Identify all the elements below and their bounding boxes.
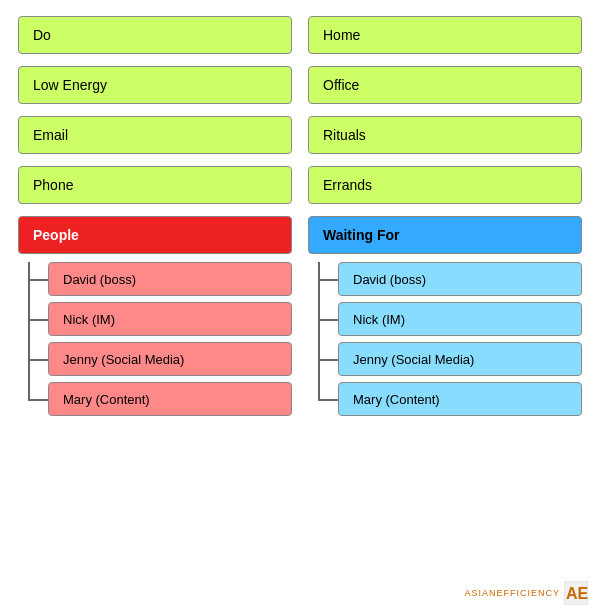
svg-text:AE: AE	[566, 585, 588, 602]
rituals-box[interactable]: Rituals	[308, 116, 582, 154]
people-mary-box[interactable]: Mary (Content)	[48, 382, 292, 416]
waiting-jenny-label: Jenny (Social Media)	[353, 352, 474, 367]
office-label: Office	[323, 77, 359, 93]
list-item: Mary (Content)	[48, 382, 292, 416]
errands-box[interactable]: Errands	[308, 166, 582, 204]
cell-office: Office	[300, 60, 590, 110]
home-box[interactable]: Home	[308, 16, 582, 54]
waiting-nick-box[interactable]: Nick (IM)	[338, 302, 582, 336]
waiting-david-box[interactable]: David (boss)	[338, 262, 582, 296]
do-label: Do	[33, 27, 51, 43]
low-energy-label: Low Energy	[33, 77, 107, 93]
logo-text: ASIANEFFICIENCY	[464, 588, 560, 598]
people-jenny-box[interactable]: Jenny (Social Media)	[48, 342, 292, 376]
cell-home: Home	[300, 10, 590, 60]
people-jenny-label: Jenny (Social Media)	[63, 352, 184, 367]
people-label: People	[33, 227, 79, 243]
waiting-column: Waiting For David (boss) Nick (IM) Jenny…	[300, 210, 590, 422]
people-david-box[interactable]: David (boss)	[48, 262, 292, 296]
waiting-david-label: David (boss)	[353, 272, 426, 287]
people-column: People David (boss) Nick (IM) Jenny (Soc…	[10, 210, 300, 422]
do-box[interactable]: Do	[18, 16, 292, 54]
waiting-children: David (boss) Nick (IM) Jenny (Social Med…	[308, 262, 582, 416]
waiting-nick-label: Nick (IM)	[353, 312, 405, 327]
list-item: Nick (IM)	[338, 302, 582, 336]
home-label: Home	[323, 27, 360, 43]
people-mary-label: Mary (Content)	[63, 392, 150, 407]
errands-label: Errands	[323, 177, 372, 193]
people-david-label: David (boss)	[63, 272, 136, 287]
list-item: David (boss)	[48, 262, 292, 296]
main-grid: Do Home Low Energy Office Email Rituals …	[0, 0, 600, 210]
email-label: Email	[33, 127, 68, 143]
email-box[interactable]: Email	[18, 116, 292, 154]
bottom-section: People David (boss) Nick (IM) Jenny (Soc…	[0, 210, 600, 432]
list-item: Jenny (Social Media)	[48, 342, 292, 376]
rituals-label: Rituals	[323, 127, 366, 143]
waiting-jenny-box[interactable]: Jenny (Social Media)	[338, 342, 582, 376]
waiting-mary-box[interactable]: Mary (Content)	[338, 382, 582, 416]
cell-phone: Phone	[10, 160, 300, 210]
waiting-mary-label: Mary (Content)	[353, 392, 440, 407]
office-box[interactable]: Office	[308, 66, 582, 104]
list-item: Mary (Content)	[338, 382, 582, 416]
cell-do: Do	[10, 10, 300, 60]
people-nick-box[interactable]: Nick (IM)	[48, 302, 292, 336]
people-parent-row: People	[18, 216, 292, 254]
phone-box[interactable]: Phone	[18, 166, 292, 204]
people-nick-label: Nick (IM)	[63, 312, 115, 327]
list-item: Jenny (Social Media)	[338, 342, 582, 376]
logo-area: ASIANEFFICIENCY AE	[464, 581, 588, 605]
phone-label: Phone	[33, 177, 73, 193]
waiting-box[interactable]: Waiting For	[308, 216, 582, 254]
people-children: David (boss) Nick (IM) Jenny (Social Med…	[18, 262, 292, 416]
low-energy-box[interactable]: Low Energy	[18, 66, 292, 104]
people-box[interactable]: People	[18, 216, 292, 254]
logo-icon: AE	[564, 581, 588, 605]
waiting-parent-row: Waiting For	[308, 216, 582, 254]
list-item: Nick (IM)	[48, 302, 292, 336]
list-item: David (boss)	[338, 262, 582, 296]
cell-rituals: Rituals	[300, 110, 590, 160]
waiting-label: Waiting For	[323, 227, 399, 243]
cell-email: Email	[10, 110, 300, 160]
cell-errands: Errands	[300, 160, 590, 210]
cell-low-energy: Low Energy	[10, 60, 300, 110]
